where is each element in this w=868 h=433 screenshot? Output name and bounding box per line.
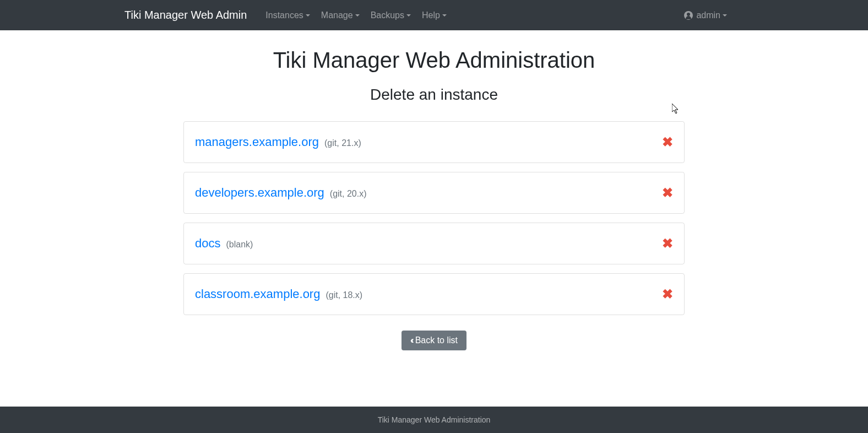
instance-list: managers.example.org (git, 21.x) ✖ devel… — [183, 121, 685, 315]
delete-icon[interactable]: ✖ — [662, 186, 673, 199]
instance-item: managers.example.org (git, 21.x) ✖ — [183, 121, 685, 163]
user-icon — [684, 11, 693, 20]
page-subtitle: Delete an instance — [183, 86, 685, 104]
instance-item: classroom.example.org (git, 18.x) ✖ — [183, 273, 685, 315]
nav-help[interactable]: Help — [416, 6, 452, 25]
nav-backups[interactable]: Backups — [365, 6, 416, 25]
navbar-right: admin — [679, 6, 733, 25]
chevrons-left-icon: ‹‹ — [410, 335, 412, 345]
instance-link[interactable]: docs — [195, 236, 220, 251]
user-name: admin — [696, 10, 720, 20]
page-title: Tiki Manager Web Administration — [183, 48, 685, 73]
instance-info: developers.example.org (git, 20.x) — [195, 186, 367, 200]
nav-label: Help — [422, 10, 440, 20]
user-menu[interactable]: admin — [679, 6, 733, 25]
instance-item: developers.example.org (git, 20.x) ✖ — [183, 172, 685, 214]
navbar-brand[interactable]: Tiki Manager Web Admin — [124, 9, 247, 21]
nav-label: Instances — [265, 10, 303, 20]
instance-meta: (git, 21.x) — [324, 138, 361, 148]
instance-meta: (git, 20.x) — [330, 189, 367, 199]
delete-icon[interactable]: ✖ — [662, 288, 673, 301]
instance-info: classroom.example.org (git, 18.x) — [195, 287, 362, 301]
instance-item: docs (blank) ✖ — [183, 223, 685, 264]
instance-link[interactable]: classroom.example.org — [195, 287, 320, 301]
instance-meta: (git, 18.x) — [326, 290, 362, 300]
caret-down-icon — [723, 14, 727, 17]
instance-info: managers.example.org (git, 21.x) — [195, 135, 361, 149]
nav-instances[interactable]: Instances — [260, 6, 315, 25]
navbar: Tiki Manager Web Admin Instances Manage … — [0, 0, 868, 30]
instance-link[interactable]: developers.example.org — [195, 186, 324, 200]
instance-link[interactable]: managers.example.org — [195, 135, 319, 149]
instance-meta: (blank) — [226, 240, 253, 250]
back-button-label: Back to list — [415, 335, 458, 345]
nav-label: Manage — [321, 10, 353, 20]
instance-info: docs (blank) — [195, 236, 253, 251]
nav-items: Instances Manage Backups Help — [260, 6, 452, 25]
delete-icon[interactable]: ✖ — [662, 136, 673, 149]
back-button-wrapper: ‹‹ Back to list — [183, 331, 685, 350]
navbar-left: Tiki Manager Web Admin Instances Manage … — [124, 6, 452, 25]
nav-manage[interactable]: Manage — [316, 6, 365, 25]
delete-icon[interactable]: ✖ — [662, 237, 673, 250]
caret-down-icon — [406, 14, 411, 17]
caret-down-icon — [306, 14, 310, 17]
caret-down-icon — [442, 14, 447, 17]
nav-label: Backups — [371, 10, 404, 20]
caret-down-icon — [355, 14, 360, 17]
back-to-list-button[interactable]: ‹‹ Back to list — [402, 331, 466, 350]
main-container: Tiki Manager Web Administration Delete a… — [175, 48, 693, 350]
